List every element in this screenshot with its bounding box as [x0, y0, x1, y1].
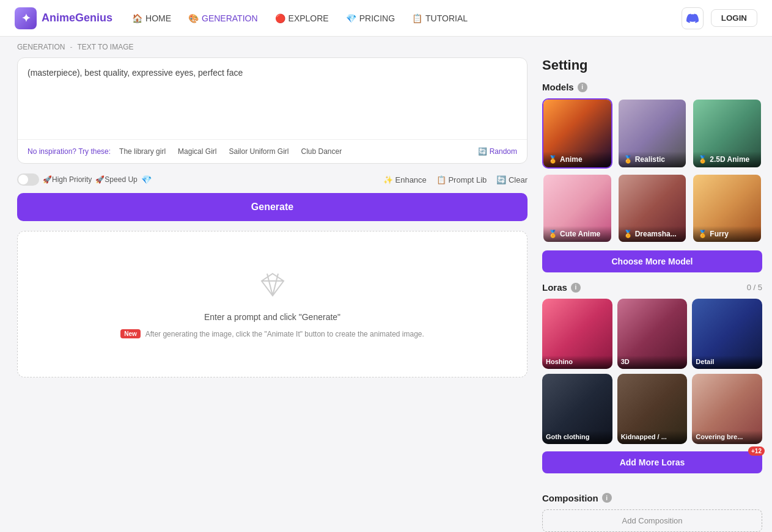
breadcrumb-sep: - — [70, 43, 72, 51]
lora-goth-label: Goth clothing — [542, 431, 612, 444]
generation-emoji: 🎨 — [188, 13, 199, 23]
model-cuteanime-label: 🏅 Cute Anime — [543, 226, 611, 242]
clear-button[interactable]: 🔄 Clear — [496, 175, 528, 184]
output-prompt-text: Enter a prompt and click "Generate" — [204, 312, 340, 322]
speed-up-label: 🚀Speed Up — [95, 175, 137, 184]
lora-card-3d[interactable]: 3D — [617, 299, 688, 369]
suggestion-club[interactable]: Club Dancer — [297, 146, 345, 157]
loras-info-icon[interactable]: i — [571, 283, 581, 293]
login-button[interactable]: LOGIN — [711, 9, 757, 27]
high-priority-label: 🚀High Priority — [43, 175, 92, 184]
generate-button[interactable]: Generate — [17, 193, 528, 221]
logo[interactable]: ✦ AnimeGenius — [15, 7, 112, 29]
loras-section-label: Loras i — [542, 282, 581, 293]
choose-more-model-button[interactable]: Choose More Model — [542, 250, 762, 272]
model-card-realistic[interactable]: 🏅 Realistic — [617, 98, 688, 169]
nav-pricing[interactable]: 💎 PRICING — [346, 13, 395, 23]
models-info-icon[interactable]: i — [578, 82, 587, 92]
options-row: 🚀High Priority 🚀Speed Up 💎 ✨ Enhance 📋 P… — [17, 173, 528, 186]
lora-card-detail[interactable]: Detail — [692, 299, 762, 369]
lora-3d-label: 3D — [617, 355, 688, 369]
logo-icon: ✦ — [15, 7, 37, 29]
priority-toggle[interactable] — [17, 173, 39, 186]
breadcrumb: GENERATION - TEXT TO IMAGE — [0, 37, 772, 57]
diamond-icon: 💎 — [141, 175, 152, 184]
left-panel: (masterpiece), best quality, expressive … — [17, 57, 528, 377]
lora-hoshino-label: Hoshino — [542, 355, 612, 369]
model-furry-label: 🏅 Furry — [693, 226, 761, 242]
model-dreamshaper-label: 🏅 Dreamsha... — [619, 226, 686, 242]
lora-card-kidnapped[interactable]: Kidnapped / ... — [617, 374, 688, 444]
nav-links: 🏠 HOME 🎨 GENERATION 🔴 EXPLORE 💎 PRICING … — [132, 13, 662, 23]
suggestion-library[interactable]: The library girl — [116, 146, 169, 157]
lora-detail-label: Detail — [692, 355, 762, 369]
lora-card-covering[interactable]: Covering bre... — [692, 374, 762, 444]
model-realistic-label: 🏅 Realistic — [619, 151, 686, 167]
prompt-footer: No inspiration? Try these: The library g… — [18, 139, 527, 163]
output-area: Enter a prompt and click "Generate" New … — [17, 231, 528, 377]
lora-card-hoshino[interactable]: Hoshino — [542, 299, 612, 369]
nav-tutorial[interactable]: 📋 TUTORIAL — [412, 13, 468, 23]
add-composition-button[interactable]: Add Composition — [542, 509, 762, 532]
tutorial-emoji: 📋 — [412, 13, 422, 23]
diamond-placeholder-icon — [258, 270, 287, 305]
explore-emoji: 🔴 — [275, 13, 285, 23]
prompt-lib-button[interactable]: 📋 Prompt Lib — [436, 175, 487, 184]
no-inspiration-label: No inspiration? Try these: — [28, 147, 111, 156]
nav-home[interactable]: 🏠 HOME — [132, 13, 171, 23]
composition-section: Composition i Add Composition — [542, 493, 762, 532]
lora-kidnapped-label: Kidnapped / ... — [617, 431, 688, 444]
new-badge: New — [120, 329, 141, 338]
models-section-label: Models i — [542, 82, 762, 92]
actions-right: ✨ Enhance 📋 Prompt Lib 🔄 Clear — [383, 175, 528, 184]
suggestion-sailor[interactable]: Sailor Uniform Girl — [225, 146, 292, 157]
lora-card-goth[interactable]: Goth clothing — [542, 374, 612, 444]
lora-covering-label: Covering bre... — [692, 431, 762, 444]
home-emoji: 🏠 — [132, 13, 142, 23]
output-hint: After generating the image, click the "A… — [145, 330, 424, 338]
model-card-anime2d[interactable]: 🏅 2.5D Anime — [692, 98, 762, 169]
model-anime2d-label: 🏅 2.5D Anime — [693, 151, 761, 167]
discord-button[interactable] — [682, 7, 704, 29]
random-button[interactable]: 🔄 Random — [478, 147, 517, 156]
add-loras-wrapper: Add More Loras +12 — [542, 451, 762, 483]
output-hint-row: New After generating the image, click th… — [120, 329, 424, 338]
plus-badge: +12 — [748, 446, 765, 456]
navbar: ✦ AnimeGenius 🏠 HOME 🎨 GENERATION 🔴 EXPL… — [0, 0, 772, 37]
priority-toggle-group: 🚀High Priority 🚀Speed Up 💎 — [17, 173, 152, 186]
models-grid: 🏅 Anime 🏅 Realistic 🏅 2.5D Anime — [542, 98, 762, 243]
breadcrumb-part1: GENERATION — [17, 43, 65, 51]
setting-title: Setting — [542, 57, 762, 73]
right-panel: Setting Models i 🏅 Anime 🏅 Realistic — [542, 57, 762, 532]
model-card-dreamshaper[interactable]: 🏅 Dreamsha... — [617, 173, 688, 244]
breadcrumb-current: TEXT TO IMAGE — [77, 43, 133, 51]
main-layout: (masterpiece), best quality, expressive … — [0, 57, 772, 532]
pricing-emoji: 💎 — [346, 13, 356, 23]
loras-header: Loras i 0 / 5 — [542, 282, 762, 293]
model-card-cuteanime[interactable]: 🏅 Cute Anime — [542, 173, 612, 244]
model-card-anime[interactable]: 🏅 Anime — [542, 98, 612, 169]
composition-info-icon[interactable]: i — [602, 493, 612, 503]
model-anime-label: 🏅 Anime — [543, 151, 611, 167]
random-icon: 🔄 — [478, 147, 487, 156]
nav-right: LOGIN — [682, 7, 757, 29]
logo-text: AnimeGenius — [42, 12, 112, 24]
suggestion-magical[interactable]: Magical Girl — [174, 146, 220, 157]
add-more-loras-button[interactable]: Add More Loras — [542, 451, 762, 473]
prompt-textarea[interactable]: (masterpiece), best quality, expressive … — [18, 58, 527, 137]
loras-grid: Hoshino 3D Detail Goth clothing Kidnappe… — [542, 299, 762, 443]
nav-explore[interactable]: 🔴 EXPLORE — [275, 13, 329, 23]
prompt-card: (masterpiece), best quality, expressive … — [17, 57, 528, 164]
nav-generation[interactable]: 🎨 GENERATION — [188, 13, 258, 23]
loras-count: 0 / 5 — [747, 283, 762, 292]
enhance-button[interactable]: ✨ Enhance — [383, 175, 427, 184]
model-card-furry[interactable]: 🏅 Furry — [692, 173, 762, 244]
svg-marker-0 — [262, 274, 284, 296]
composition-label: Composition i — [542, 493, 762, 503]
